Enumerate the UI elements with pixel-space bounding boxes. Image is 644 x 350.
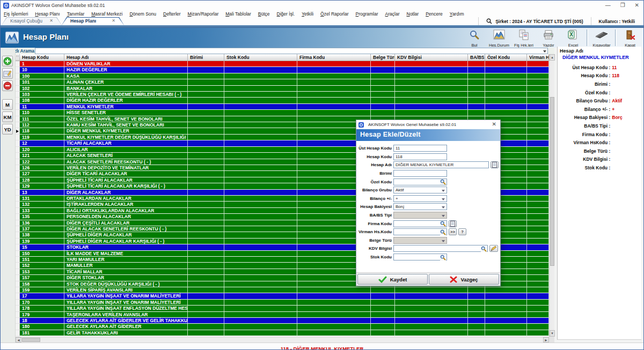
- column-header-hesap-adı[interactable]: Hesap Adı: [64, 54, 188, 61]
- hscroll-thumb[interactable]: [22, 338, 40, 342]
- toolbar-button-hes-durum[interactable]: Hes.Durum: [487, 28, 511, 47]
- new-doc-button[interactable]: [449, 220, 457, 227]
- help-button[interactable]: ?: [458, 228, 466, 235]
- edit-account-button[interactable]: [2, 68, 13, 79]
- lookup-magnifier-icon[interactable]: [440, 221, 446, 228]
- menu-item-yardım[interactable]: Yardım: [450, 11, 464, 17]
- vertical-scrollbar[interactable]: ▲ ▼: [549, 54, 554, 337]
- field-stok-kodu-input[interactable]: [393, 254, 447, 260]
- toolbar-button-yazdır[interactable]: Yazdır: [536, 28, 561, 47]
- menu-item-masraf-merkezi[interactable]: Masraf Merkezi: [91, 11, 122, 17]
- cancel-button[interactable]: Vazgeç: [429, 274, 499, 285]
- chevron-down-icon[interactable]: [543, 50, 546, 53]
- column-header-ba-bs[interactable]: BA/BS: [468, 54, 485, 61]
- table-row[interactable]: 102BANKALAR: [16, 86, 549, 92]
- field-kdv-bilgisi-input[interactable]: [393, 245, 488, 252]
- field-bilanço-select[interactable]: +: [393, 195, 447, 202]
- table-row[interactable]: 181GELİR TAHAKKUKLARI: [16, 330, 549, 336]
- yd-button[interactable]: YD: [2, 124, 13, 135]
- vscroll-thumb[interactable]: [550, 97, 554, 266]
- table-row[interactable]: 179TAŞERONLARA VERİLEN AVANSLAR: [16, 312, 549, 318]
- field-firma-kodu-input[interactable]: [393, 220, 447, 227]
- menu-item-notlar[interactable]: Notlar: [406, 11, 419, 17]
- maximize-button[interactable]: ❐: [620, 2, 625, 9]
- close-button[interactable]: ✕: [635, 2, 639, 9]
- menu-item-tanımlar[interactable]: Tanımlar: [67, 11, 85, 17]
- scroll-right-icon[interactable]: ►: [543, 337, 549, 342]
- tab-hesap-plani[interactable]: Hesap Planı ✕: [62, 17, 124, 25]
- save-button[interactable]: Kaydet: [357, 274, 428, 285]
- toolbar-button-bul[interactable]: Bul: [462, 28, 487, 47]
- menu-item-mizan-raporlar[interactable]: Mizan/Raporlar: [188, 11, 219, 17]
- km-button[interactable]: KM: [2, 111, 13, 122]
- column-header-özel-kodu[interactable]: Özel Kodu: [485, 54, 527, 61]
- menu-item-yetkili[interactable]: Yetkili: [302, 11, 313, 17]
- lookup-magnifier-icon[interactable]: [440, 229, 446, 236]
- chevron-down-icon[interactable]: [442, 206, 445, 208]
- column-header-kdv-bilgisi[interactable]: KDV Bilgisi: [395, 54, 468, 61]
- add-account-button[interactable]: [2, 56, 13, 66]
- dialog-close-icon[interactable]: ✕: [492, 121, 496, 127]
- table-row[interactable]: 1DÖNEN VARLIKLAR: [16, 61, 549, 67]
- chevron-down-icon[interactable]: [442, 198, 445, 200]
- toolbar-button-fiş-hrk-leri[interactable]: Fiş Hrk.leri: [511, 28, 536, 47]
- menu-item-bütçe[interactable]: Bütçe: [258, 11, 270, 17]
- tab-close-icon[interactable]: ✕: [49, 18, 53, 23]
- chevron-down-icon[interactable]: [442, 215, 445, 217]
- table-row[interactable]: 110HİSSE SENETLER: [16, 110, 549, 116]
- table-row[interactable]: 103VERİLEN ÇEKLER VE ÖDEME EMİRLERİ HESA…: [16, 92, 549, 98]
- scroll-up-icon[interactable]: ▲: [550, 54, 555, 61]
- menu-item-pencere[interactable]: Pencere: [426, 11, 443, 17]
- scroll-down-icon[interactable]: ▼: [550, 330, 555, 337]
- chevron-down-icon[interactable]: [442, 240, 445, 242]
- field-özel-kodu-input[interactable]: [393, 178, 447, 185]
- chevron-down-icon[interactable]: [442, 190, 445, 192]
- table-row[interactable]: 11MENKUL KIYMETLER: [16, 104, 549, 110]
- field-hesap-adı-input[interactable]: DİĞER MENKUL KIYMETLER: [393, 161, 489, 168]
- column-header-hesap-kodu[interactable]: Hesap Kodu: [20, 54, 64, 61]
- menu-item-programlar[interactable]: Programlar: [356, 11, 378, 17]
- menu-item-fiş-i-şlemleri[interactable]: Fiş İşlemleri: [4, 11, 28, 17]
- menu-item-özel-raporlar[interactable]: Özel Raporlar: [320, 11, 348, 17]
- table-row[interactable]: 108DİĞER HAZIR DEĞERLER: [16, 98, 549, 103]
- table-row[interactable]: 100KASA: [16, 73, 549, 79]
- table-row[interactable]: 101ALINAN ÇEKLER: [16, 79, 549, 85]
- lookup-magnifier-icon[interactable]: [481, 246, 487, 253]
- field-bilanço-grubu-select[interactable]: Aktif: [393, 187, 447, 193]
- menu-item-defterler[interactable]: Defterler: [163, 11, 181, 17]
- field-hesap-bakiyesi-select[interactable]: Borç: [393, 203, 447, 210]
- tab-close-icon[interactable]: ✕: [112, 18, 115, 23]
- company-info[interactable]: Şirket : 2024 - AY TİCARET LTD ŞTİ (005): [478, 17, 590, 25]
- table-row[interactable]: 17YILLARA YAYGIN İNŞAAT VE ONARIM MALİYE…: [16, 293, 549, 299]
- field-virman-hs-kodu-input[interactable]: [393, 228, 447, 235]
- tab-kisayol-cubugu[interactable]: Kısayol Çubuğu ✕: [2, 17, 62, 25]
- lookup-magnifier-icon[interactable]: [440, 255, 446, 262]
- column-header-firma-kodu[interactable]: Firma Kodu: [297, 54, 371, 61]
- menu-item-mali-tablolar[interactable]: Mali Tablolar: [225, 11, 251, 17]
- forward-button[interactable]: >>: [449, 228, 457, 235]
- toolbar-button-kapat[interactable]: Kapat: [618, 28, 642, 47]
- toolbar-button-excel[interactable]: XExcel: [561, 28, 586, 47]
- table-row[interactable]: 170YILLARA YAYGIN İNŞAAT VE ONARIM MALİY…: [16, 300, 549, 306]
- delete-account-button[interactable]: [2, 80, 13, 91]
- field-üst-hesap-kodu-input[interactable]: 11: [393, 145, 447, 152]
- minimize-button[interactable]: —: [605, 2, 611, 9]
- horizontal-scrollbar[interactable]: ◄ ►: [16, 337, 549, 342]
- field-birimi-input[interactable]: [393, 170, 447, 177]
- m-button[interactable]: M: [2, 99, 13, 110]
- menu-item-dönem-sonu[interactable]: Dönem Sonu: [129, 11, 156, 17]
- menu-item-araçlar[interactable]: Araçlar: [385, 11, 400, 17]
- table-row[interactable]: 159VERİLEN SİPARİŞ AVANSLARI: [16, 287, 549, 293]
- new-doc-button[interactable]: [491, 161, 499, 168]
- column-header-birimi[interactable]: Birimi: [188, 54, 224, 61]
- menu-item-diğer-i-şl[interactable]: Diğer İşl.: [277, 11, 295, 17]
- toolbar-button-kısayollar[interactable]: Kısayollar: [589, 28, 614, 47]
- scroll-left-icon[interactable]: ◄: [16, 337, 21, 342]
- column-header-belge-türü[interactable]: Belge Türü: [371, 54, 395, 61]
- field-hesap-kodu-input[interactable]: 118: [393, 153, 447, 160]
- menu-item-hesap-planı[interactable]: Hesap Planı: [35, 11, 60, 17]
- column-header-stok-kodu[interactable]: Stok Kodu: [224, 54, 297, 61]
- table-row[interactable]: 18GELECEK AYLARA AİT GİDERLER VE GELİR T…: [16, 318, 549, 324]
- quick-search-input[interactable]: [35, 48, 548, 54]
- table-row[interactable]: 180GELECEK AYLARA AİT GİDERLER: [16, 324, 549, 330]
